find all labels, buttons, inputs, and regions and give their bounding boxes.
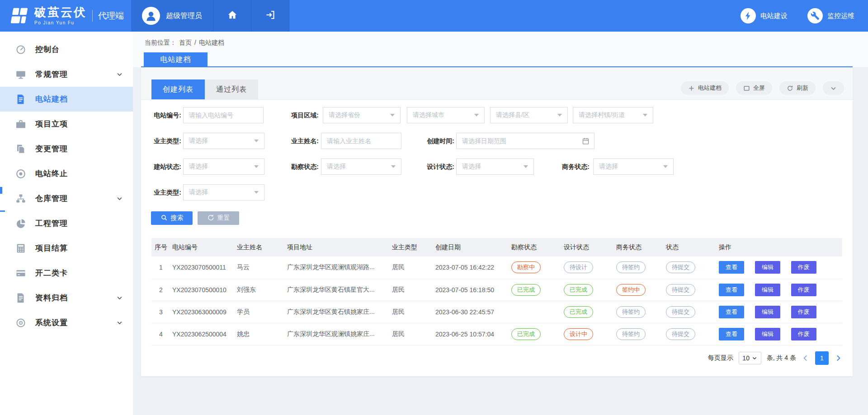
page-number-button[interactable]: 1 [815,351,829,365]
logout-button[interactable] [251,0,289,32]
create-station-button[interactable]: 电站建档 [681,81,729,95]
owner-name-input-wrap [321,133,401,149]
filter-form: 电站编号: 项目区域: 请选择省份 请选择城市 请选择县/区 请选择村镇/街道 [141,100,853,210]
logo: 破茧云伏 Po Jian Yun Fu 代理端 [0,5,131,26]
sidebar-item-station-archive[interactable]: 电站建档 [0,87,133,112]
fullscreen-button[interactable]: 全屏 [736,81,772,95]
filter-row-2: 业主类型: 请选择 业主姓名: 创建时间: [141,133,853,159]
refresh-button[interactable]: 刷新 [779,81,816,95]
breadcrumb-home[interactable]: 首页 [179,39,192,47]
sidebar: 控制台 常规管理 电站建档 项目立项 变更管理 电站终止 仓库管理 [0,32,133,415]
user-menu[interactable]: 超级管理员 [131,0,213,32]
date-range-input[interactable] [457,133,579,149]
home-icon [227,9,238,22]
survey-status-select[interactable]: 请选择 [321,159,401,175]
breadcrumb-prefix: 当前位置： [145,39,176,47]
status-badge: 待提交 [666,284,695,296]
page-tab-station-archive[interactable]: 电站建档 [144,52,208,67]
view-button[interactable]: 查看 [719,328,744,340]
edit-button[interactable]: 编辑 [755,261,780,274]
edit-button[interactable]: 编辑 [755,328,780,340]
sidebar-item-general-mgmt[interactable]: 常规管理 [0,62,133,87]
monitor-icon [15,69,26,80]
chevron-down-icon [116,195,123,202]
sidebar-item-warehouse-mgmt[interactable]: 仓库管理 [0,186,133,211]
logo-subtitle: Po Jian Yun Fu [34,20,87,25]
tab-create-list[interactable]: 创建列表 [151,79,205,99]
refresh-icon [787,85,793,92]
reset-button[interactable]: 重置 [198,211,239,225]
table-header-row: 序号 电站编号 业主姓名 项目地址 业主类型 创建日期 勘察状态 设计状态 商务… [151,238,842,256]
sidebar-item-system-settings[interactable]: 系统设置 [0,310,133,335]
main-content: 当前位置： 首页 / 电站建档 电站建档 创建列表 通过列表 电站建档 全屏 [133,32,868,415]
chevron-down-icon [830,85,837,92]
edit-button[interactable]: 编辑 [755,284,780,296]
sidebar-item-open-card[interactable]: 开二类卡 [0,261,133,285]
view-button[interactable]: 查看 [719,284,744,296]
design-status-badge: 已完成 [564,306,593,318]
survey-status-badge: 勘察中 [511,261,541,273]
tab-passed-list[interactable]: 通过列表 [205,79,258,99]
business-status-select[interactable]: 请选择 [593,159,674,175]
design-status-select[interactable]: 请选择 [456,159,534,175]
sidebar-item-console[interactable]: 控制台 [0,37,133,62]
tabs-strip: 创建列表 通过列表 电站建档 全屏 刷新 [141,67,853,100]
next-page-button[interactable] [834,354,842,362]
status-badge: 待提交 [666,261,695,273]
sidebar-item-station-terminate[interactable]: 电站终止 [0,161,133,186]
build-status-label: 建站状态: [141,159,181,175]
table-row: 4 YX2023062500004 姚忠 广东深圳龙华区观澜镇姚家庄... 居民… [151,323,842,345]
home-button[interactable] [213,0,251,32]
view-button[interactable]: 查看 [719,261,744,274]
pojian-logo-icon [8,5,30,26]
prev-page-button[interactable] [802,354,810,362]
county-select[interactable]: 请选择县/区 [490,107,568,123]
town-select[interactable]: 请选择村镇/街道 [573,107,653,123]
void-button[interactable]: 作废 [791,306,816,318]
caret-down-icon [390,114,395,117]
calendar-icon [582,137,590,145]
city-select[interactable]: 请选择城市 [407,107,485,123]
filter-row-3: 建站状态: 请选择 勘察状态: 请选择 设计状态: 请选择 商务状态: 请选择 [141,159,853,184]
caret-down-icon [254,191,259,194]
void-button[interactable]: 作废 [791,261,816,274]
station-no-input[interactable] [184,107,263,123]
sidebar-item-change-mgmt[interactable]: 变更管理 [0,136,133,161]
toolbar-expand-button[interactable] [823,81,844,95]
calculator-icon [15,243,26,254]
chevron-left-icon [802,354,810,362]
owner-type2-select[interactable]: 请选择 [183,184,264,201]
app-header: 破茧云伏 Po Jian Yun Fu 代理端 超级管理员 [0,0,868,32]
record-icon [15,168,26,179]
survey-status-badge: 已完成 [511,328,541,340]
owner-name-input[interactable] [321,133,401,149]
per-page-select[interactable]: 10 [739,352,761,364]
archive-icon [15,293,26,303]
caret-down-icon [391,165,396,168]
business-status-badge: 待签约 [616,328,646,340]
design-status-label: 设计状态: [414,159,454,175]
portal-label: 代理端 [98,10,124,22]
owner-type-select[interactable]: 请选择 [183,133,264,149]
void-button[interactable]: 作废 [791,284,816,296]
chevron-down-icon [116,294,123,301]
search-button[interactable]: 搜索 [151,211,193,225]
province-select[interactable]: 请选择省份 [323,107,401,123]
edit-button[interactable]: 编辑 [755,306,780,318]
chevron-right-icon [834,354,842,362]
caret-down-icon [643,114,647,117]
sidebar-item-engineering-mgmt[interactable]: 工程管理 [0,211,133,236]
view-button[interactable]: 查看 [719,306,744,318]
sitemap-icon [15,193,26,204]
nav-monitor-ops[interactable]: 监控运维 [807,8,854,23]
document-icon [15,94,26,105]
sidebar-item-project-settlement[interactable]: 项目结算 [0,236,133,261]
date-range-picker[interactable] [456,133,594,149]
sidebar-item-data-archive[interactable]: 资料归档 [0,285,133,310]
user-avatar-icon [142,7,160,25]
build-status-select[interactable]: 请选择 [183,159,264,175]
nav-station-build[interactable]: 电站建设 [741,8,788,23]
void-button[interactable]: 作废 [791,328,816,340]
sidebar-item-project-approval[interactable]: 项目立项 [0,112,133,136]
nav-station-build-label: 电站建设 [760,12,788,20]
